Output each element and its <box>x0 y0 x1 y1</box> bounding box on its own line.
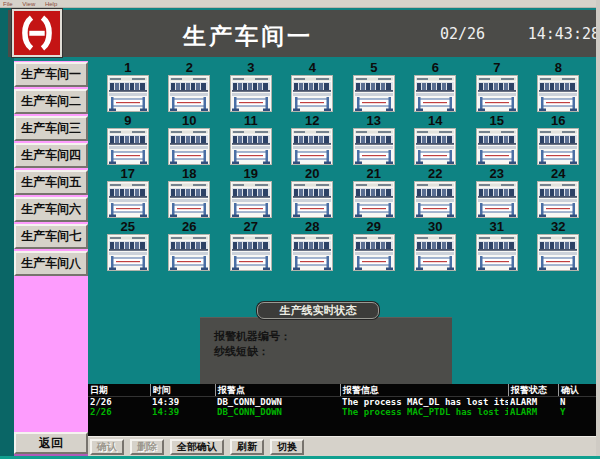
machine-cell[interactable]: 4 <box>282 61 344 114</box>
machine-cell[interactable]: 19 <box>220 167 282 220</box>
machine-cell[interactable]: 1 <box>97 61 159 114</box>
machine-cell[interactable]: 10 <box>159 114 221 167</box>
alarm-row[interactable]: 2/26 14:39 DB_CONN_DOWN The process MAC_… <box>88 397 597 407</box>
knitting-machine-icon <box>537 234 579 271</box>
machine-cell[interactable]: 29 <box>343 220 405 273</box>
sidebar-item-workshop-6[interactable]: 生产车间六 <box>14 197 88 222</box>
alarm-time: 14:39 <box>150 397 215 407</box>
machine-cell[interactable]: 24 <box>528 167 590 220</box>
machine-cell[interactable]: 26 <box>159 220 221 273</box>
machine-number: 31 <box>490 220 504 234</box>
alarm-action-button[interactable]: 确认 <box>90 439 124 455</box>
alarm-action-button[interactable]: 全部确认 <box>170 439 224 455</box>
sidebar-item-workshop-5[interactable]: 生产车间五 <box>14 170 88 195</box>
window-right-border <box>596 0 600 459</box>
knitting-machine-icon <box>107 128 149 165</box>
machine-cell[interactable]: 3 <box>220 61 282 114</box>
machine-cell[interactable]: 8 <box>528 61 590 114</box>
machine-cell[interactable]: 2 <box>159 61 221 114</box>
knitting-machine-icon <box>353 234 395 271</box>
machine-number: 7 <box>493 61 500 75</box>
menu-item-file[interactable]: File <box>3 1 13 7</box>
knitting-machine-icon <box>230 128 272 165</box>
machine-cell[interactable]: 21 <box>343 167 405 220</box>
machine-cell[interactable]: 22 <box>405 167 467 220</box>
sidebar-item-workshop-7[interactable]: 生产车间七 <box>14 224 88 249</box>
machine-number: 24 <box>551 167 565 181</box>
knitting-machine-icon <box>476 234 518 271</box>
machine-number: 14 <box>428 114 442 128</box>
alarm-row[interactable]: 2/26 14:39 DB_CONN_DOWN The process MAC_… <box>88 407 597 417</box>
col-alarm-status: 报警状态 <box>508 384 558 396</box>
machine-cell[interactable]: 9 <box>97 114 159 167</box>
machine-number: 3 <box>247 61 254 75</box>
knitting-machine-icon <box>353 128 395 165</box>
col-alarm-point: 报警点 <box>215 384 340 396</box>
header-date: 02/26 <box>440 25 510 43</box>
alarm-status: ALARM <box>508 407 558 417</box>
machine-cell[interactable]: 30 <box>405 220 467 273</box>
alarm-action-buttons: 确认 删除 全部确认 刷新 切换 <box>90 439 304 455</box>
machine-cell[interactable]: 27 <box>220 220 282 273</box>
machine-cell[interactable]: 7 <box>466 61 528 114</box>
machine-cell[interactable]: 15 <box>466 114 528 167</box>
machine-number: 12 <box>305 114 319 128</box>
machine-number: 18 <box>182 167 196 181</box>
knitting-machine-icon <box>168 181 210 218</box>
machine-cell[interactable]: 14 <box>405 114 467 167</box>
alarm-action-button[interactable]: 切换 <box>270 439 304 455</box>
machine-number: 13 <box>367 114 381 128</box>
sidebar-item-workshop-4[interactable]: 生产车间四 <box>14 143 88 168</box>
knitting-machine-icon <box>291 128 333 165</box>
knitting-machine-icon <box>168 234 210 271</box>
col-time: 时间 <box>150 384 215 396</box>
back-button[interactable]: 返回 <box>14 432 88 454</box>
machine-number: 16 <box>551 114 565 128</box>
sidebar-item-workshop-3[interactable]: 生产车间三 <box>14 116 88 141</box>
knitting-machine-icon <box>353 181 395 218</box>
knitting-machine-icon <box>230 234 272 271</box>
alarm-point: DB_CONN_DOWN <box>215 397 340 407</box>
knitting-machine-icon <box>230 75 272 112</box>
status-panel-title: 生产线实时状态 <box>257 302 379 319</box>
knitting-machine-icon <box>168 75 210 112</box>
alarm-action-button[interactable]: 删除 <box>130 439 164 455</box>
machine-grid: 1 <box>97 61 589 273</box>
machine-number: 8 <box>555 61 562 75</box>
sidebar-item-workshop-8[interactable]: 生产车间八 <box>14 251 88 276</box>
machine-cell[interactable]: 16 <box>528 114 590 167</box>
machine-number: 21 <box>367 167 381 181</box>
knitting-machine-icon <box>107 75 149 112</box>
machine-cell[interactable]: 12 <box>282 114 344 167</box>
header-clock: 14:43:28 <box>508 25 600 43</box>
machine-cell[interactable]: 5 <box>343 61 405 114</box>
machine-cell[interactable]: 20 <box>282 167 344 220</box>
machine-cell[interactable]: 17 <box>97 167 159 220</box>
machine-cell[interactable]: 6 <box>405 61 467 114</box>
machine-cell[interactable]: 23 <box>466 167 528 220</box>
menu-item-view[interactable]: View <box>22 1 35 7</box>
machine-cell[interactable]: 28 <box>282 220 344 273</box>
page-title: 生产车间一 <box>158 21 338 52</box>
yarn-shortage-label: 纱线短缺： <box>214 344 452 359</box>
sidebar-item-workshop-1[interactable]: 生产车间一 <box>14 62 88 87</box>
knitting-machine-icon <box>291 234 333 271</box>
alarm-machine-number-label: 报警机器编号： <box>214 329 452 344</box>
knitting-machine-icon <box>353 75 395 112</box>
machine-number: 28 <box>305 220 319 234</box>
machine-cell[interactable]: 13 <box>343 114 405 167</box>
machine-cell[interactable]: 32 <box>528 220 590 273</box>
knitting-machine-icon <box>476 75 518 112</box>
alarm-table-header: 日期 时间 报警点 报警信息 报警状态 确认 <box>88 384 597 397</box>
machine-cell[interactable]: 18 <box>159 167 221 220</box>
machine-cell[interactable]: 31 <box>466 220 528 273</box>
alarm-action-button[interactable]: 刷新 <box>230 439 264 455</box>
sidebar-item-workshop-2[interactable]: 生产车间二 <box>14 89 88 114</box>
knitting-machine-icon <box>291 75 333 112</box>
machine-cell[interactable]: 25 <box>97 220 159 273</box>
status-panel: 报警机器编号： 纱线短缺： <box>200 317 452 384</box>
machine-cell[interactable]: 11 <box>220 114 282 167</box>
machine-number: 26 <box>182 220 196 234</box>
menu-item-help[interactable]: Help <box>45 1 57 7</box>
knitting-machine-icon <box>107 181 149 218</box>
